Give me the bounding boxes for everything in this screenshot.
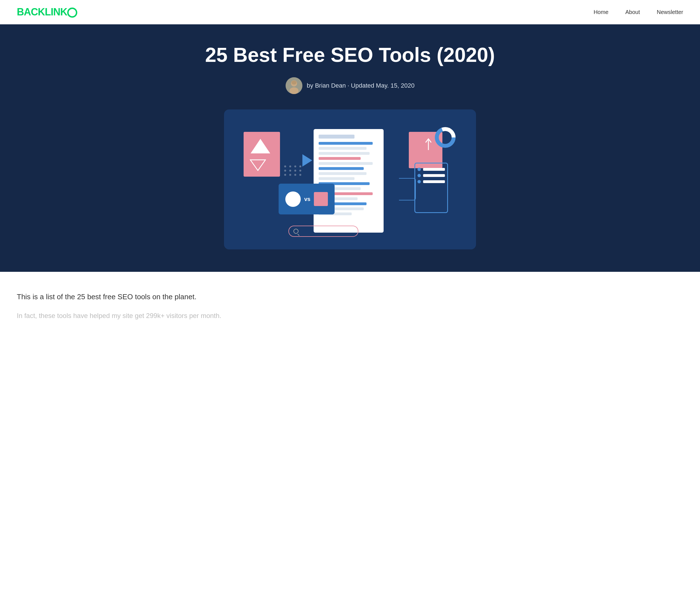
svg-marker-4	[250, 160, 265, 171]
doc-line	[318, 142, 373, 145]
author-byline: by Brian Dean · Updated May. 15, 2020	[307, 82, 415, 89]
main-nav: Home About Newsletter	[593, 9, 683, 15]
nav-about[interactable]: About	[625, 9, 640, 15]
doc-line	[318, 157, 361, 160]
svg-point-3	[291, 80, 297, 85]
bullet-row	[417, 180, 445, 183]
nav-newsletter[interactable]: Newsletter	[657, 9, 683, 15]
connector-lines	[399, 178, 416, 200]
pink-rectangle-left	[243, 132, 280, 177]
bullet-row	[417, 174, 445, 177]
mobile-panel	[414, 163, 448, 213]
document-card	[314, 129, 384, 233]
bullet-row	[417, 168, 445, 171]
hero-section: 25 Best Free SEO Tools (2020) by Brian D…	[0, 24, 700, 272]
doc-line	[318, 177, 354, 180]
donut-chart	[434, 126, 457, 149]
doc-line	[318, 152, 370, 155]
vs-label: vs	[304, 196, 310, 202]
doc-line	[318, 167, 364, 170]
arrow-up-icon	[424, 137, 433, 151]
author-avatar	[286, 77, 302, 94]
bullet-line	[423, 168, 445, 171]
article-content: This is a list of the 25 best free SEO t…	[0, 272, 274, 340]
bullet-dot	[417, 180, 421, 183]
play-arrow-icon	[302, 154, 312, 166]
search-bar	[288, 226, 359, 237]
article-secondary: In fact, these tools have helped my site…	[17, 311, 258, 321]
logo-o-circle	[67, 8, 77, 18]
doc-line	[318, 162, 373, 165]
triangle-up-icon	[251, 139, 270, 153]
search-icon	[293, 229, 299, 234]
svg-point-2	[289, 87, 299, 94]
triangle-down-icon	[250, 159, 266, 171]
bullet-line	[423, 174, 445, 177]
author-meta: by Brian Dean · Updated May. 15, 2020	[17, 77, 683, 94]
vs-circle	[285, 191, 301, 207]
vs-comparison-box: vs	[279, 184, 335, 214]
hero-illustration: vs	[224, 110, 476, 249]
page-title: 25 Best Free SEO Tools (2020)	[17, 44, 683, 66]
bullet-line	[423, 180, 445, 183]
article-intro: This is a list of the 25 best free SEO t…	[17, 291, 258, 302]
site-header: BACKLINK Home About Newsletter	[0, 0, 700, 24]
doc-line	[318, 172, 366, 175]
doc-title-bar	[318, 135, 354, 139]
vs-square	[314, 192, 328, 206]
bullet-dot	[417, 174, 421, 177]
nav-home[interactable]: Home	[593, 9, 609, 15]
site-logo[interactable]: BACKLINK	[17, 6, 77, 18]
illustration-canvas: vs	[235, 124, 465, 241]
logo-text: BACKLINK	[17, 6, 67, 18]
dots-grid	[284, 165, 302, 176]
doc-line	[318, 147, 366, 150]
bullet-dot	[417, 168, 421, 171]
